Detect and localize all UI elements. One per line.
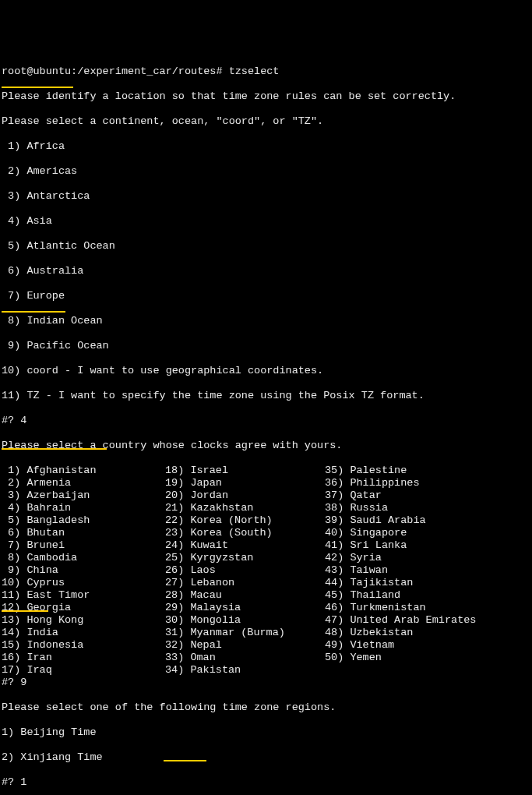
answer-line: #? 4 <box>2 415 530 427</box>
table-row: 13) Hong Kong30) Mongolia47) United Arab… <box>2 614 476 627</box>
table-row: 14) India31) Myanmar (Burma)48) Uzbekist… <box>2 627 413 639</box>
table-row: 8) Cambodia25) Kyrgyzstan42) Syria <box>2 552 382 564</box>
table-row: 11) East Timor28) Macau45) Thailand <box>2 589 400 602</box>
table-row: 3) Azerbaijan20) Jordan37) Qatar <box>2 489 382 502</box>
table-row: 9) China26) Laos43) Taiwan <box>2 564 388 577</box>
highlight-asia <box>2 87 73 88</box>
text-line: Please select a continent, ocean, "coord… <box>2 115 530 128</box>
list-item: 9) Pacific Ocean <box>2 340 530 352</box>
list-item: 10) coord - I want to use geographical c… <box>2 365 530 377</box>
table-row: 15) Indonesia32) Nepal49) Vietnam <box>2 639 394 652</box>
text-line: Please select a country whose clocks agr… <box>2 440 530 452</box>
list-item: 2) Americas <box>2 165 530 178</box>
prompt-line: root@ubuntu:/experiment_car/routes# tzse… <box>2 65 530 78</box>
list-item: 6) Australia <box>2 265 530 277</box>
list-item: 11) TZ - I want to specify the time zone… <box>2 390 530 402</box>
list-item: 1) Africa <box>2 140 530 153</box>
table-row: 1) Afghanistan18) Israel35) Palestine <box>2 465 407 477</box>
table-row: 17) Iraq34) Pakistan <box>2 664 325 677</box>
table-row: 12) Georgia29) Malaysia46) Turkmenistan <box>2 602 426 614</box>
table-row: 4) Bahrain21) Kazakhstan38) Russia <box>2 502 388 514</box>
highlight-china <box>2 311 65 313</box>
text-line: Please identify a location so that time … <box>2 90 530 103</box>
list-item: 4) Asia <box>2 215 530 228</box>
answer-line: #? 9 <box>2 677 530 689</box>
table-row: 6) Bhutan23) Korea (South)40) Singapore <box>2 527 407 539</box>
table-row: 2) Armenia19) Japan36) Philippines <box>2 477 420 489</box>
terminal-output[interactable]: root@ubuntu:/experiment_car/routes# tzse… <box>2 53 530 795</box>
cmd-tzselect: tzselect <box>229 65 280 77</box>
answer-line: #? 1 <box>2 776 530 789</box>
list-item: 3) Antarctica <box>2 190 530 203</box>
table-row: 7) Brunei24) Kuwait41) Sri Lanka <box>2 539 407 552</box>
highlight-beijing <box>2 448 107 450</box>
highlight-yes <box>2 610 48 612</box>
table-row: 16) Iran33) Oman50) Yemen <box>2 652 382 664</box>
list-item: 5) Atlantic Ocean <box>2 240 530 253</box>
highlight-offset <box>164 760 206 761</box>
table-row: 10) Cyprus27) Lebanon44) Tajikistan <box>2 577 413 589</box>
list-item: 2) Xinjiang Time <box>2 751 530 764</box>
prompt-path: root@ubuntu:/experiment_car/routes# <box>2 65 223 77</box>
list-item: 1) Beijing Time <box>2 726 530 739</box>
list-item: 7) Europe <box>2 290 530 302</box>
text-line: Please select one of the following time … <box>2 701 530 714</box>
list-item: 8) Indian Ocean <box>2 315 530 327</box>
table-row: 5) Bangladesh22) Korea (North)39) Saudi … <box>2 514 426 527</box>
